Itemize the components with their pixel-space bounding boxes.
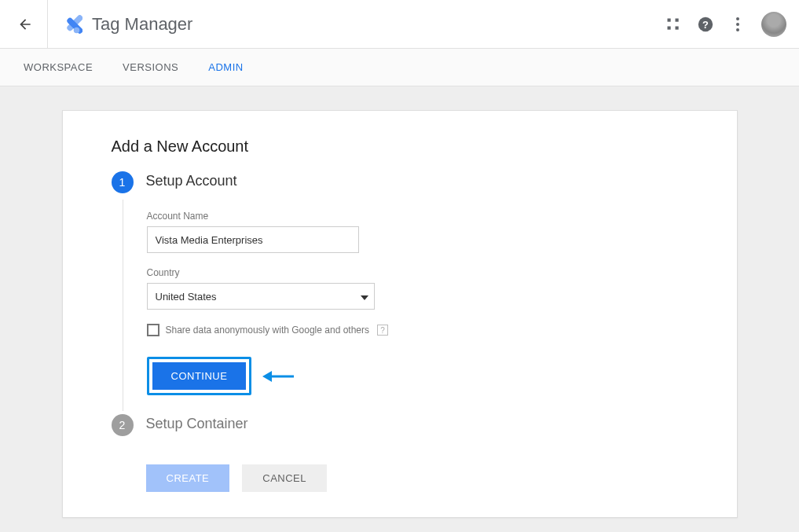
account-name-label: Account Name: [147, 211, 688, 222]
share-data-help-icon[interactable]: ?: [377, 325, 388, 336]
share-data-label: Share data anonymously with Google and o…: [166, 325, 370, 336]
tab-bar: WORKSPACE VERSIONS ADMIN: [0, 49, 799, 86]
share-data-checkbox[interactable]: [147, 324, 159, 336]
account-card: Add a New Account 1 Setup Account Accoun…: [62, 110, 738, 518]
step-2-title: Setup Container: [146, 414, 248, 432]
step-1-body: Account Name Country United States Share…: [123, 200, 688, 411]
step-1-badge: 1: [112, 171, 134, 193]
continue-button[interactable]: CONTINUE: [152, 362, 247, 390]
arrow-left-icon: [17, 17, 33, 32]
svg-text:?: ?: [702, 18, 709, 30]
apps-icon[interactable]: [665, 17, 681, 32]
country-select[interactable]: United States: [147, 283, 375, 310]
more-menu-icon[interactable]: [730, 17, 746, 32]
top-right-controls: ?: [665, 12, 786, 37]
divider: [47, 0, 48, 49]
svg-rect-3: [668, 18, 671, 21]
country-label: Country: [147, 267, 688, 278]
svg-rect-6: [676, 26, 679, 29]
tab-workspace[interactable]: WORKSPACE: [24, 61, 93, 73]
back-button[interactable]: [16, 15, 35, 34]
account-name-group: Account Name: [147, 211, 688, 253]
cancel-button[interactable]: CANCEL: [242, 464, 327, 492]
step-1-title: Setup Account: [146, 171, 237, 189]
svg-point-2: [74, 27, 80, 33]
tab-admin[interactable]: ADMIN: [208, 61, 243, 73]
card-title: Add a New Account: [112, 138, 688, 156]
share-data-row: Share data anonymously with Google and o…: [147, 324, 688, 336]
create-button[interactable]: CREATE: [146, 464, 230, 492]
step-1-header: 1 Setup Account: [112, 171, 688, 193]
top-bar: Tag Manager ?: [0, 0, 799, 49]
tab-versions[interactable]: VERSIONS: [123, 61, 178, 73]
page-body: Add a New Account 1 Setup Account Accoun…: [0, 86, 799, 532]
country-group: Country United States: [147, 267, 688, 310]
step-2-header: 2 Setup Container: [112, 414, 688, 436]
svg-rect-5: [668, 26, 671, 29]
card-actions: CREATE CANCEL: [146, 464, 688, 492]
account-name-input[interactable]: [147, 226, 359, 253]
app-title: Tag Manager: [92, 14, 192, 35]
country-selected-value: United States: [147, 283, 375, 310]
continue-wrap: CONTINUE: [147, 357, 688, 395]
avatar[interactable]: [761, 12, 786, 37]
step-2-badge: 2: [112, 414, 134, 436]
annotation-arrow-icon: [262, 369, 294, 383]
tag-manager-logo-icon: [59, 13, 82, 36]
help-icon[interactable]: ?: [697, 16, 714, 33]
continue-highlight: CONTINUE: [147, 357, 252, 395]
svg-rect-4: [676, 18, 679, 21]
